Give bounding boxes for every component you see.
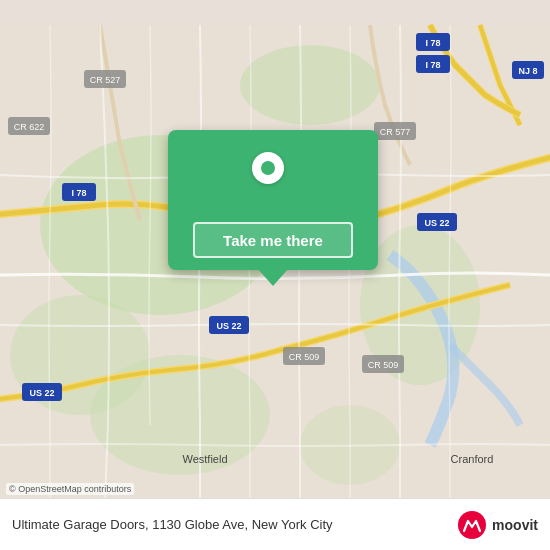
svg-point-2 bbox=[240, 45, 380, 125]
svg-text:I 78: I 78 bbox=[71, 188, 86, 198]
map-container: I 78 I 78 I 78 CR 527 CR 622 CR 577 US 2… bbox=[0, 0, 550, 550]
svg-text:I 78: I 78 bbox=[425, 38, 440, 48]
svg-text:Westfield: Westfield bbox=[182, 453, 227, 465]
location-text: Ultimate Garage Doors, 1130 Globe Ave, N… bbox=[12, 517, 458, 532]
svg-text:CR 509: CR 509 bbox=[289, 352, 320, 362]
svg-text:US 22: US 22 bbox=[216, 321, 241, 331]
cta-card: Take me there bbox=[168, 130, 378, 270]
svg-text:Cranford: Cranford bbox=[451, 453, 494, 465]
bottom-bar: Ultimate Garage Doors, 1130 Globe Ave, N… bbox=[0, 498, 550, 550]
svg-text:CR 622: CR 622 bbox=[14, 122, 45, 132]
svg-point-5 bbox=[90, 355, 270, 475]
moovit-logo: moovit bbox=[458, 511, 538, 539]
svg-text:NJ 8: NJ 8 bbox=[518, 66, 537, 76]
svg-text:US 22: US 22 bbox=[29, 388, 54, 398]
attribution: © OpenStreetMap contributors bbox=[6, 483, 134, 495]
take-me-there-button[interactable]: Take me there bbox=[193, 222, 353, 258]
moovit-icon bbox=[458, 511, 486, 539]
moovit-text: moovit bbox=[492, 517, 538, 533]
svg-text:CR 577: CR 577 bbox=[380, 127, 411, 137]
svg-text:US 22: US 22 bbox=[424, 218, 449, 228]
svg-text:CR 527: CR 527 bbox=[90, 75, 121, 85]
svg-text:CR 509: CR 509 bbox=[368, 360, 399, 370]
svg-text:I 78: I 78 bbox=[425, 60, 440, 70]
